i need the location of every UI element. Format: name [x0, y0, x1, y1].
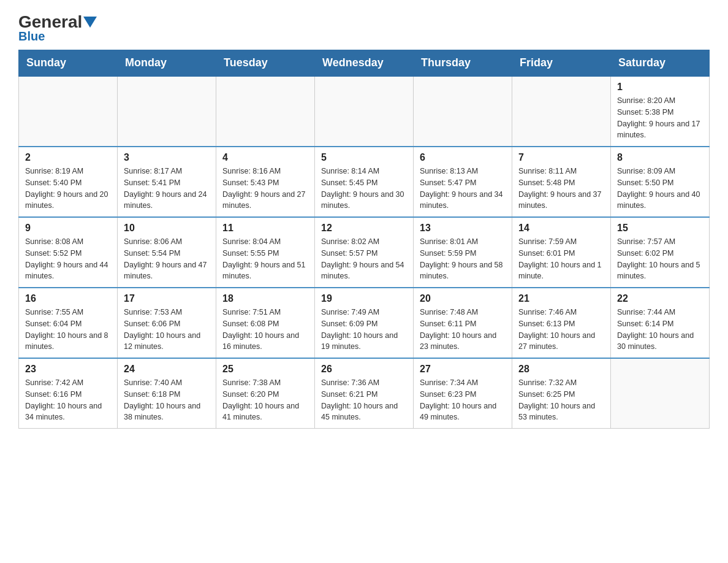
day-number: 21 [518, 293, 604, 304]
day-number: 17 [124, 293, 210, 304]
calendar-cell: 27Sunrise: 7:34 AMSunset: 6:23 PMDayligh… [414, 358, 512, 429]
calendar-cell: 6Sunrise: 8:13 AMSunset: 5:47 PMDaylight… [414, 147, 512, 217]
day-info: Sunrise: 7:51 AMSunset: 6:08 PMDaylight:… [222, 307, 308, 353]
calendar-cell [118, 76, 216, 147]
day-info: Sunrise: 8:01 AMSunset: 5:59 PMDaylight:… [420, 236, 506, 282]
calendar-cell: 9Sunrise: 8:08 AMSunset: 5:52 PMDaylight… [19, 217, 118, 288]
day-info: Sunrise: 7:55 AMSunset: 6:04 PMDaylight:… [25, 307, 111, 353]
week-row-5: 23Sunrise: 7:42 AMSunset: 6:16 PMDayligh… [19, 358, 710, 429]
calendar-cell: 5Sunrise: 8:14 AMSunset: 5:45 PMDaylight… [315, 147, 414, 217]
calendar-cell: 22Sunrise: 7:44 AMSunset: 6:14 PMDayligh… [611, 288, 710, 358]
day-info: Sunrise: 7:49 AMSunset: 6:09 PMDaylight:… [321, 307, 407, 353]
calendar-cell: 16Sunrise: 7:55 AMSunset: 6:04 PMDayligh… [19, 288, 118, 358]
calendar-cell [414, 76, 512, 147]
weekday-header-saturday: Saturday [611, 50, 710, 77]
day-number: 2 [25, 152, 111, 163]
day-info: Sunrise: 8:11 AMSunset: 5:48 PMDaylight:… [518, 166, 604, 212]
calendar-cell: 19Sunrise: 7:49 AMSunset: 6:09 PMDayligh… [315, 288, 414, 358]
calendar-cell: 21Sunrise: 7:46 AMSunset: 6:13 PMDayligh… [512, 288, 611, 358]
calendar-cell [512, 76, 611, 147]
day-number: 22 [617, 293, 703, 304]
day-number: 25 [222, 364, 308, 375]
day-info: Sunrise: 7:57 AMSunset: 6:02 PMDaylight:… [617, 236, 703, 282]
day-number: 19 [321, 293, 407, 304]
weekday-header-sunday: Sunday [19, 50, 118, 77]
logo: General Blue [18, 12, 97, 44]
weekday-header-wednesday: Wednesday [315, 50, 414, 77]
day-number: 1 [617, 82, 703, 93]
day-info: Sunrise: 8:04 AMSunset: 5:55 PMDaylight:… [222, 236, 308, 282]
logo-blue: Blue [18, 29, 45, 44]
day-info: Sunrise: 7:32 AMSunset: 6:25 PMDaylight:… [518, 377, 604, 423]
page-header: General Blue [18, 12, 710, 44]
day-number: 26 [321, 364, 407, 375]
day-info: Sunrise: 8:08 AMSunset: 5:52 PMDaylight:… [25, 236, 111, 282]
calendar-cell: 26Sunrise: 7:36 AMSunset: 6:21 PMDayligh… [315, 358, 414, 429]
day-number: 3 [124, 152, 210, 163]
calendar-cell [315, 76, 414, 147]
calendar-cell: 11Sunrise: 8:04 AMSunset: 5:55 PMDayligh… [216, 217, 315, 288]
calendar-cell [19, 76, 118, 147]
calendar-cell: 7Sunrise: 8:11 AMSunset: 5:48 PMDaylight… [512, 147, 611, 217]
week-row-4: 16Sunrise: 7:55 AMSunset: 6:04 PMDayligh… [19, 288, 710, 358]
day-number: 10 [124, 223, 210, 234]
calendar-cell: 23Sunrise: 7:42 AMSunset: 6:16 PMDayligh… [19, 358, 118, 429]
calendar-cell: 17Sunrise: 7:53 AMSunset: 6:06 PMDayligh… [118, 288, 216, 358]
day-number: 4 [222, 152, 308, 163]
day-number: 28 [518, 364, 604, 375]
day-number: 5 [321, 152, 407, 163]
calendar-cell: 3Sunrise: 8:17 AMSunset: 5:41 PMDaylight… [118, 147, 216, 217]
day-info: Sunrise: 7:38 AMSunset: 6:20 PMDaylight:… [222, 377, 308, 423]
day-info: Sunrise: 7:48 AMSunset: 6:11 PMDaylight:… [420, 307, 506, 353]
day-info: Sunrise: 8:14 AMSunset: 5:45 PMDaylight:… [321, 166, 407, 212]
day-info: Sunrise: 7:34 AMSunset: 6:23 PMDaylight:… [420, 377, 506, 423]
calendar-table: SundayMondayTuesdayWednesdayThursdayFrid… [18, 50, 710, 429]
day-info: Sunrise: 8:13 AMSunset: 5:47 PMDaylight:… [420, 166, 506, 212]
day-info: Sunrise: 8:19 AMSunset: 5:40 PMDaylight:… [25, 166, 111, 212]
day-info: Sunrise: 8:16 AMSunset: 5:43 PMDaylight:… [222, 166, 308, 212]
day-info: Sunrise: 7:44 AMSunset: 6:14 PMDaylight:… [617, 307, 703, 353]
day-info: Sunrise: 8:20 AMSunset: 5:38 PMDaylight:… [617, 95, 703, 141]
svg-marker-0 [83, 17, 97, 28]
week-row-1: 1Sunrise: 8:20 AMSunset: 5:38 PMDaylight… [19, 76, 710, 147]
day-info: Sunrise: 8:02 AMSunset: 5:57 PMDaylight:… [321, 236, 407, 282]
calendar-cell: 10Sunrise: 8:06 AMSunset: 5:54 PMDayligh… [118, 217, 216, 288]
calendar-cell: 13Sunrise: 8:01 AMSunset: 5:59 PMDayligh… [414, 217, 512, 288]
calendar-cell: 2Sunrise: 8:19 AMSunset: 5:40 PMDaylight… [19, 147, 118, 217]
logo-triangle-icon [83, 17, 97, 28]
day-number: 23 [25, 364, 111, 375]
calendar-cell: 8Sunrise: 8:09 AMSunset: 5:50 PMDaylight… [611, 147, 710, 217]
weekday-header-row: SundayMondayTuesdayWednesdayThursdayFrid… [19, 50, 710, 77]
day-number: 15 [617, 223, 703, 234]
calendar-cell: 4Sunrise: 8:16 AMSunset: 5:43 PMDaylight… [216, 147, 315, 217]
calendar-cell: 24Sunrise: 7:40 AMSunset: 6:18 PMDayligh… [118, 358, 216, 429]
day-number: 14 [518, 223, 604, 234]
calendar-cell [216, 76, 315, 147]
day-number: 6 [420, 152, 506, 163]
day-info: Sunrise: 7:42 AMSunset: 6:16 PMDaylight:… [25, 377, 111, 423]
day-info: Sunrise: 7:40 AMSunset: 6:18 PMDaylight:… [124, 377, 210, 423]
week-row-2: 2Sunrise: 8:19 AMSunset: 5:40 PMDaylight… [19, 147, 710, 217]
day-number: 24 [124, 364, 210, 375]
day-info: Sunrise: 7:46 AMSunset: 6:13 PMDaylight:… [518, 307, 604, 353]
day-number: 16 [25, 293, 111, 304]
day-number: 18 [222, 293, 308, 304]
day-number: 8 [617, 152, 703, 163]
day-info: Sunrise: 7:59 AMSunset: 6:01 PMDaylight:… [518, 236, 604, 282]
week-row-3: 9Sunrise: 8:08 AMSunset: 5:52 PMDaylight… [19, 217, 710, 288]
day-number: 20 [420, 293, 506, 304]
calendar-cell: 20Sunrise: 7:48 AMSunset: 6:11 PMDayligh… [414, 288, 512, 358]
day-info: Sunrise: 8:17 AMSunset: 5:41 PMDaylight:… [124, 166, 210, 212]
weekday-header-friday: Friday [512, 50, 611, 77]
day-number: 11 [222, 223, 308, 234]
weekday-header-tuesday: Tuesday [216, 50, 315, 77]
day-number: 9 [25, 223, 111, 234]
day-info: Sunrise: 7:53 AMSunset: 6:06 PMDaylight:… [124, 307, 210, 353]
calendar-cell: 14Sunrise: 7:59 AMSunset: 6:01 PMDayligh… [512, 217, 611, 288]
calendar-cell: 12Sunrise: 8:02 AMSunset: 5:57 PMDayligh… [315, 217, 414, 288]
calendar-cell: 15Sunrise: 7:57 AMSunset: 6:02 PMDayligh… [611, 217, 710, 288]
day-number: 27 [420, 364, 506, 375]
calendar-cell [611, 358, 710, 429]
calendar-cell: 28Sunrise: 7:32 AMSunset: 6:25 PMDayligh… [512, 358, 611, 429]
weekday-header-monday: Monday [118, 50, 216, 77]
